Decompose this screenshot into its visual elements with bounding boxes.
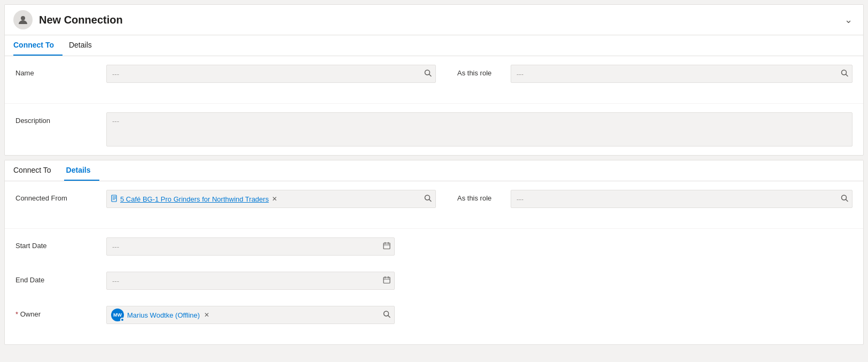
role-label: As this role xyxy=(436,65,511,77)
owner-remove-button[interactable]: ✕ xyxy=(203,311,210,319)
name-label: Name xyxy=(15,65,106,77)
chevron-down-icon: ⌄ xyxy=(844,14,853,25)
search-icon xyxy=(424,195,432,202)
role-placeholder: --- xyxy=(517,70,523,78)
new-connection-avatar xyxy=(13,10,33,29)
page-container: New Connection ⌄ Connect To Details Name… xyxy=(0,0,868,362)
connected-from-section: Connected From xyxy=(5,181,863,228)
svg-rect-17 xyxy=(384,278,390,283)
role-group: As this role --- xyxy=(436,65,853,83)
svg-rect-13 xyxy=(384,243,390,249)
end-date-placeholder: --- xyxy=(112,277,119,285)
bottom-card: Connect To Details Connected From xyxy=(4,160,864,345)
offline-indicator xyxy=(120,318,124,322)
owner-tag: MW Marius Wodtke (Offline) ✕ xyxy=(111,309,210,321)
end-date-label: End Date xyxy=(15,272,106,284)
name-input[interactable]: --- xyxy=(106,65,436,83)
connected-from-search-button[interactable] xyxy=(423,194,433,205)
owner-label: Owner xyxy=(15,306,106,318)
description-section: Description --- xyxy=(5,104,863,155)
start-date-input[interactable]: --- xyxy=(106,237,395,256)
name-placeholder: --- xyxy=(112,70,119,78)
role-label-2: As this role xyxy=(436,190,511,202)
end-date-row: End Date --- xyxy=(15,272,853,302)
role-search-button[interactable] xyxy=(840,68,849,80)
owner-name[interactable]: Marius Wodtke (Offline) xyxy=(127,311,200,319)
name-field: --- xyxy=(106,65,436,83)
role-group-2: As this role --- xyxy=(436,190,853,208)
owner-search-button[interactable] xyxy=(382,310,392,321)
end-date-input[interactable]: --- xyxy=(106,272,395,290)
start-date-calendar-button[interactable] xyxy=(382,241,392,252)
tab-connect-to-2[interactable]: Connect To xyxy=(13,160,60,181)
role-input[interactable]: --- xyxy=(511,65,853,83)
page-header: New Connection ⌄ xyxy=(5,5,863,35)
tab-details[interactable]: Details xyxy=(67,35,100,56)
dates-section: Start Date --- xyxy=(5,229,863,344)
owner-initials: MW xyxy=(113,312,122,318)
search-icon xyxy=(383,311,390,318)
connected-from-row: Connected From xyxy=(15,190,853,220)
description-label: Description xyxy=(15,112,106,125)
page-title: New Connection xyxy=(39,14,123,26)
owner-row: Owner MW Marius Wodtke (Offline) ✕ xyxy=(15,306,853,336)
role-search-button-2[interactable] xyxy=(840,194,849,205)
connected-from-link[interactable]: 5 Café BG-1 Pro Grinders for Northwind T… xyxy=(120,195,269,203)
calendar-icon xyxy=(383,276,390,284)
svg-line-12 xyxy=(846,199,848,202)
svg-line-22 xyxy=(388,315,390,318)
start-date-label: Start Date xyxy=(15,237,106,250)
start-date-field: --- xyxy=(106,237,395,256)
start-date-placeholder: --- xyxy=(112,243,119,251)
connected-from-field: 5 Café BG-1 Pro Grinders for Northwind T… xyxy=(106,190,436,208)
svg-point-0 xyxy=(21,16,25,20)
tab-details-2[interactable]: Details xyxy=(64,160,99,181)
name-row: Name --- As this role xyxy=(15,65,853,95)
owner-field: MW Marius Wodtke (Offline) ✕ xyxy=(106,306,395,324)
document-icon xyxy=(111,195,118,204)
svg-line-2 xyxy=(429,74,432,76)
description-input[interactable]: --- xyxy=(106,112,853,147)
role-field-2: --- xyxy=(511,190,853,208)
end-date-field: --- xyxy=(106,272,395,290)
start-date-row: Start Date --- xyxy=(15,237,853,267)
role-placeholder-2: --- xyxy=(517,195,523,203)
header-left: New Connection xyxy=(13,10,123,29)
search-icon xyxy=(841,195,848,202)
top-card: New Connection ⌄ Connect To Details Name… xyxy=(4,4,864,156)
role-field: --- xyxy=(511,65,853,83)
description-row: Description --- xyxy=(15,112,853,147)
owner-input[interactable]: MW Marius Wodtke (Offline) ✕ xyxy=(106,306,395,324)
bottom-tabs: Connect To Details xyxy=(5,160,863,181)
search-icon xyxy=(841,70,848,77)
description-field: --- xyxy=(106,112,853,147)
connected-from-input[interactable]: 5 Café BG-1 Pro Grinders for Northwind T… xyxy=(106,190,436,208)
owner-avatar: MW xyxy=(111,309,124,321)
connected-from-label: Connected From xyxy=(15,190,106,202)
role-input-2[interactable]: --- xyxy=(511,190,853,208)
name-search-button[interactable] xyxy=(423,68,433,80)
tab-connect-to[interactable]: Connect To xyxy=(13,35,62,56)
calendar-icon xyxy=(383,242,390,250)
connected-from-remove-button[interactable]: ✕ xyxy=(271,195,278,203)
svg-line-10 xyxy=(429,199,432,202)
end-date-calendar-button[interactable] xyxy=(382,275,392,287)
name-section: Name --- As this role xyxy=(5,56,863,103)
description-placeholder: --- xyxy=(112,117,119,125)
svg-line-4 xyxy=(846,74,848,76)
connected-from-tag: 5 Café BG-1 Pro Grinders for Northwind T… xyxy=(111,195,278,204)
search-icon xyxy=(424,70,432,77)
collapse-button[interactable]: ⌄ xyxy=(842,12,855,28)
top-tabs: Connect To Details xyxy=(5,35,863,56)
